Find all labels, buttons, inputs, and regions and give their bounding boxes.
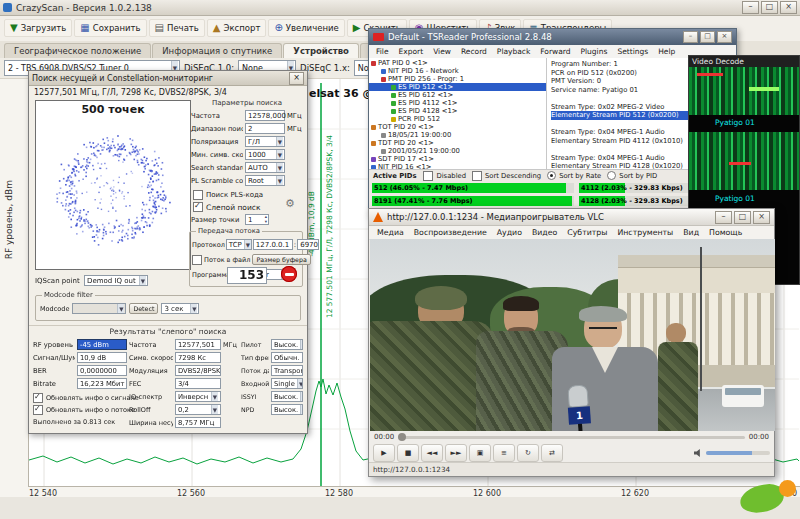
tree-node[interactable]: NIT PID 16 - Network bbox=[369, 67, 546, 75]
menu-item[interactable]: Help bbox=[653, 47, 680, 56]
stream-port-field[interactable]: 6970 bbox=[297, 239, 319, 250]
tree-node[interactable]: ES PID 512 <1> bbox=[369, 83, 546, 91]
seek-handle[interactable] bbox=[398, 433, 406, 441]
param-input[interactable]: Root ▼ bbox=[245, 175, 285, 186]
menu-item[interactable]: Export bbox=[394, 47, 429, 56]
elapsed-time: Выполнено за 0.813 сек bbox=[33, 416, 139, 428]
volume-slider[interactable] bbox=[706, 451, 770, 455]
iqscan-select[interactable]: Demod IQ out ▼ bbox=[84, 275, 148, 286]
param-input[interactable]: AUTO ▼ bbox=[245, 162, 285, 173]
dot-size-stepper[interactable]: 1 ▴▾ bbox=[245, 214, 269, 225]
tree-node[interactable]: TDT PID 20 <1> bbox=[369, 139, 546, 147]
gear-icon[interactable]: ⚙ bbox=[285, 198, 295, 209]
menu-item[interactable]: Воспроизведение bbox=[409, 228, 492, 237]
toolbar-button-icon: ▶ bbox=[353, 23, 361, 33]
tree-node[interactable]: PCR PID 512 bbox=[369, 115, 546, 123]
update-stream-info-checkbox[interactable] bbox=[33, 405, 43, 415]
minimize-button[interactable]: – bbox=[715, 211, 732, 224]
menu-item[interactable]: Settings bbox=[612, 47, 653, 56]
minimize-button[interactable]: – bbox=[683, 31, 698, 43]
vlc-titlebar[interactable]: http://127.0.0.1:1234 - Медиапроигрывате… bbox=[369, 209, 774, 226]
close-icon[interactable]: × bbox=[289, 72, 304, 85]
toolbar-zoom-button[interactable]: ⊕ Увеличение bbox=[268, 19, 344, 37]
seek-slider[interactable] bbox=[398, 436, 745, 439]
toolbar-export-button[interactable]: ▲ Экспорт bbox=[207, 19, 267, 37]
menu-item[interactable]: Вид bbox=[678, 228, 704, 237]
menu-item[interactable]: Forward bbox=[535, 47, 575, 56]
detect-button[interactable]: Detect bbox=[129, 303, 158, 314]
param-value: 2 bbox=[248, 125, 252, 133]
tree-node[interactable]: TOT PID 20 <1> bbox=[369, 123, 546, 131]
tree-node[interactable]: 2001/05/21 19:00:00 bbox=[369, 147, 546, 155]
chevron-down-icon: ▼ bbox=[300, 340, 303, 349]
modcode-select[interactable]: ▼ bbox=[72, 303, 126, 314]
toolbar-print-button[interactable]: ▤ Печать bbox=[149, 19, 205, 37]
vlc-video[interactable]: 1 bbox=[370, 239, 775, 431]
stream-to-file-checkbox[interactable] bbox=[192, 255, 202, 265]
tab-satellite-info[interactable]: Информация о спутнике bbox=[152, 43, 282, 58]
menu-item[interactable]: Playback bbox=[492, 47, 535, 56]
vlc-next-button[interactable]: ►► bbox=[445, 444, 467, 462]
vlc-stop-button[interactable]: ■ bbox=[397, 444, 419, 462]
menu-item[interactable]: Plugins bbox=[576, 47, 613, 56]
pls-search-checkbox[interactable] bbox=[193, 190, 203, 200]
menu-item[interactable]: Медиа bbox=[372, 228, 409, 237]
sort-by-pid-radio[interactable] bbox=[607, 171, 616, 180]
sort-by-rate-radio[interactable] bbox=[547, 171, 556, 180]
param-input[interactable]: 2 ▼ bbox=[245, 123, 285, 134]
menu-item[interactable]: Record bbox=[456, 47, 492, 56]
result-row: Ширина несущей 8,757 МГц ▼ bbox=[129, 416, 239, 429]
tree-node[interactable]: ES PID 4112 <1> bbox=[369, 99, 546, 107]
tree-node[interactable]: ES PID 4128 <1> bbox=[369, 107, 546, 115]
menu-item[interactable]: View bbox=[428, 47, 456, 56]
window-buttons: –□× bbox=[715, 211, 770, 224]
vlc-loop-button[interactable]: ↻ bbox=[517, 444, 539, 462]
stream-address-field[interactable]: 127.0.0.1 bbox=[253, 239, 293, 250]
buffer-size-button[interactable]: Размер буфера bbox=[252, 254, 310, 265]
toolbar-load-button[interactable]: ▼ Загрузить bbox=[4, 19, 72, 37]
detect-interval-select[interactable]: 3 сек ▼ bbox=[161, 303, 199, 314]
tree-node[interactable]: 18/05/21 19:00:00 bbox=[369, 131, 546, 139]
tsreader-titlebar[interactable]: Default - TSReader Professional 2.8.48 –… bbox=[369, 29, 736, 45]
vlc-random-button[interactable]: ⇄ bbox=[541, 444, 563, 462]
tree-node[interactable]: SDT PID 17 <1> bbox=[369, 155, 546, 163]
menu-item[interactable]: Субтитры bbox=[562, 228, 612, 237]
param-input[interactable]: 12578,000 ▼ bbox=[245, 110, 285, 121]
update-signal-info-checkbox[interactable] bbox=[33, 393, 43, 403]
protocol-select[interactable]: TCP ▼ bbox=[226, 239, 252, 250]
vlc-fullscreen-button[interactable]: ▣ bbox=[469, 444, 491, 462]
minimize-button[interactable]: – bbox=[742, 1, 759, 14]
param-row: Мин. симв. скорость 1000 ▼ bbox=[191, 148, 303, 161]
close-button[interactable]: × bbox=[780, 1, 797, 14]
close-button[interactable]: × bbox=[753, 211, 770, 224]
toolbar-save-button[interactable]: ▦ Сохранить bbox=[74, 19, 146, 37]
logo-orange-shape bbox=[779, 480, 796, 497]
tree-node[interactable]: PAT PID 0 <1> bbox=[369, 59, 546, 67]
menu-item[interactable]: File bbox=[371, 47, 394, 56]
maximize-button[interactable]: □ bbox=[761, 1, 778, 14]
vlc-playlist-button[interactable]: ≡ bbox=[493, 444, 515, 462]
maximize-button[interactable]: □ bbox=[700, 31, 715, 43]
disabled-checkbox[interactable] bbox=[423, 171, 433, 181]
pid-bar-row: 512 (46.05% - 7.47 Mbps) bbox=[372, 183, 574, 193]
close-button[interactable]: × bbox=[717, 31, 732, 43]
crazyscan-titlebar[interactable]: CrazyScan - Версия 1.0.2.138 –□× bbox=[0, 0, 800, 16]
tab-device[interactable]: Устройство bbox=[283, 43, 359, 58]
stop-icon[interactable] bbox=[281, 266, 297, 282]
sort-descending-checkbox[interactable] bbox=[472, 171, 482, 181]
tree-node[interactable]: PMT PID 256 - Progr: 1 bbox=[369, 75, 546, 83]
menu-item[interactable]: Аудио bbox=[492, 228, 527, 237]
constellation-titlebar[interactable]: Поиск несущей и Constellation-мониторинг… bbox=[29, 71, 307, 86]
vlc-previous-button[interactable]: ◄◄ bbox=[421, 444, 443, 462]
tab-geographic-position[interactable]: Географическое положение bbox=[4, 43, 151, 58]
param-input[interactable]: 1000 ▼ bbox=[245, 149, 285, 160]
result-label: Сигнал/Шум bbox=[33, 354, 75, 362]
menu-item[interactable]: Инструменты bbox=[612, 228, 678, 237]
tree-node[interactable]: ES PID 612 <1> bbox=[369, 91, 546, 99]
maximize-button[interactable]: □ bbox=[734, 211, 751, 224]
menu-item[interactable]: Помощь bbox=[704, 228, 747, 237]
menu-item[interactable]: Видео bbox=[527, 228, 562, 237]
blind-search-checkbox[interactable] bbox=[193, 202, 203, 212]
param-input[interactable]: Г/Л ▼ bbox=[245, 136, 285, 147]
vlc-play-button[interactable]: ▶ bbox=[373, 444, 395, 462]
